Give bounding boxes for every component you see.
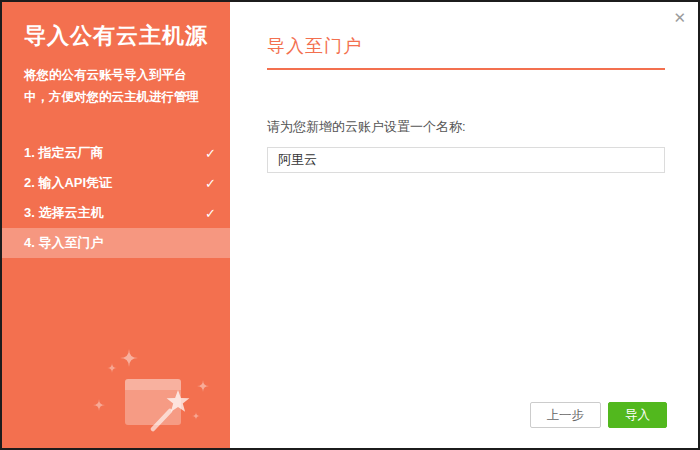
check-icon: ✓: [205, 206, 216, 221]
check-icon: ✓: [205, 176, 216, 191]
step-3-select-hosts[interactable]: 3. 选择云主机 ✓: [2, 198, 230, 228]
import-button[interactable]: 导入: [608, 402, 667, 428]
step-label: 3. 选择云主机: [24, 204, 103, 222]
main-panel: ✕ 导入至门户 请为您新增的云账户设置一个名称: 上一步 导入: [230, 2, 698, 448]
wizard-sidebar: 导入公有云主机源 将您的公有云账号导入到平台中，方便对您的云主机进行管理 1. …: [2, 2, 230, 448]
step-label: 4. 导入至门户: [24, 234, 103, 252]
account-name-label: 请为您新增的云账户设置一个名称:: [267, 118, 466, 136]
account-name-input[interactable]: [267, 147, 665, 173]
step-4-import-to-portal[interactable]: 4. 导入至门户: [2, 228, 230, 258]
wizard-steps: 1. 指定云厂商 ✓ 2. 输入API凭证 ✓ 3. 选择云主机 ✓ 4. 导入…: [2, 138, 230, 258]
step-label: 2. 输入API凭证: [24, 174, 112, 192]
check-icon: ✓: [205, 146, 216, 161]
title-underline: [267, 68, 665, 70]
import-cloud-host-dialog: 导入公有云主机源 将您的公有云账号导入到平台中，方便对您的云主机进行管理 1. …: [0, 0, 700, 450]
footer-actions: 上一步 导入: [530, 402, 668, 428]
step-2-enter-api-credentials[interactable]: 2. 输入API凭证 ✓: [2, 168, 230, 198]
magic-wand-decoration-icon: [86, 343, 212, 437]
step-label: 1. 指定云厂商: [24, 144, 103, 162]
wizard-title: 导入公有云主机源: [24, 22, 208, 50]
close-icon[interactable]: ✕: [673, 10, 686, 25]
page-title: 导入至门户: [267, 34, 362, 58]
previous-step-button[interactable]: 上一步: [530, 402, 602, 428]
wizard-description: 将您的公有云账号导入到平台中，方便对您的云主机进行管理: [24, 64, 199, 108]
step-1-specify-vendor[interactable]: 1. 指定云厂商 ✓: [2, 138, 230, 168]
